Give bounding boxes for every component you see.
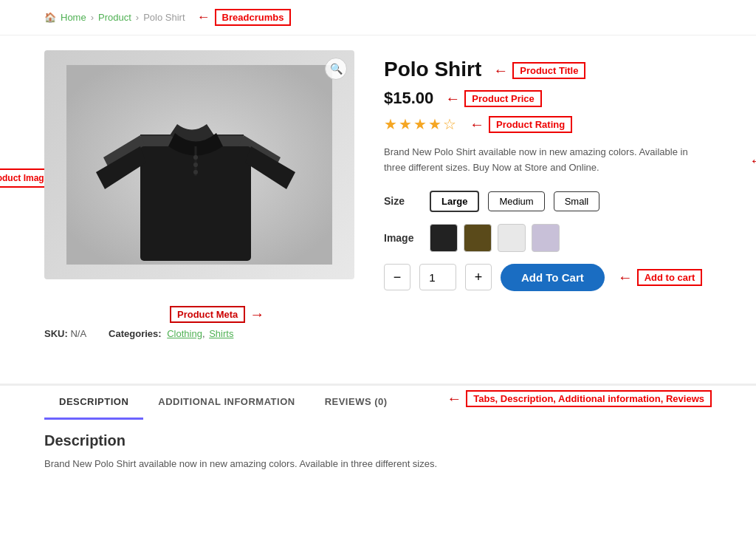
product-title: Polo Shirt	[384, 58, 481, 81]
sku-value: N/A	[70, 328, 86, 339]
home-icon: 🏠	[44, 12, 56, 23]
tab-description[interactable]: DESCRIPTION	[44, 386, 143, 420]
price-annotation: Product Price	[464, 90, 542, 107]
product-rating-stars: ★★★★☆	[384, 115, 458, 133]
quantity-decrease-button[interactable]: −	[384, 264, 410, 290]
tabs-arrow: ←	[447, 390, 461, 407]
meta-arrow: →	[250, 306, 264, 323]
svg-point-9	[193, 155, 198, 160]
title-arrow: ←	[493, 62, 508, 79]
meta-annotation: Product Meta	[170, 306, 245, 323]
tab-reviews[interactable]: REVIEWS (0)	[310, 386, 402, 420]
title-row: Polo Shirt ← Product Title	[384, 58, 712, 81]
rating-arrow: ←	[470, 116, 484, 133]
rating-row: ★★★★☆ ← Product Rating	[384, 115, 712, 133]
svg-point-11	[193, 170, 198, 174]
info-column: Polo Shirt ← Product Title $15.00 ← Prod…	[384, 50, 712, 306]
meta-section: Product Meta → SKU: N/A Categories: Clot…	[0, 321, 756, 354]
product-price: $15.00	[384, 89, 433, 108]
title-annotation: Product Title	[512, 62, 585, 79]
category-clothing[interactable]: Clothing	[167, 328, 202, 339]
tab-additional-information[interactable]: ADDITIONAL INFORMATION	[143, 386, 309, 420]
breadcrumb-annotation: Breadcrumbs	[215, 9, 292, 26]
short-description-text: Brand New Polo Shirt available now in ne…	[384, 146, 688, 173]
breadcrumb: 🏠 Home › Product › Polo Shirt ← Breadcru…	[0, 0, 756, 35]
swatch-olive[interactable]	[464, 224, 492, 252]
breadcrumb-sep-2: ›	[136, 12, 139, 23]
color-swatches	[430, 224, 560, 252]
rating-annotation: Product Rating	[489, 116, 572, 133]
categories-label: Categories:	[109, 328, 162, 339]
breadcrumb-current: Polo Shirt	[143, 12, 185, 23]
cart-annotation-wrapper: ← Add to cart	[618, 269, 703, 286]
product-image-wrapper: 🔍	[44, 50, 354, 279]
price-annotation-wrapper: ← Product Price	[445, 90, 542, 107]
tabs-row: DESCRIPTION ADDITIONAL INFORMATION REVIE…	[44, 386, 712, 418]
description-section: Description Brand New Polo Shirt availab…	[0, 418, 756, 494]
zoom-icon[interactable]: 🔍	[325, 58, 347, 80]
short-description: Brand New Polo Shirt available now in ne…	[384, 145, 694, 176]
breadcrumb-product[interactable]: Product	[98, 12, 131, 23]
size-small[interactable]: Small	[554, 191, 600, 211]
breadcrumb-sep-1: ›	[91, 12, 94, 23]
meta-annotation-wrapper: Product Meta →	[170, 306, 264, 323]
categories-meta: Categories: Clothing, Shirts	[109, 328, 233, 339]
cart-row: − 1 + Add To Cart ← Add to cart	[384, 264, 712, 291]
tabs-section: DESCRIPTION ADDITIONAL INFORMATION REVIE…	[0, 384, 756, 418]
swatch-lavender[interactable]	[532, 224, 560, 252]
title-annotation-wrapper: ← Product Title	[493, 62, 585, 79]
size-option-row: Size Large Medium Small	[384, 191, 712, 212]
swatch-black[interactable]	[430, 224, 458, 252]
swatch-white[interactable]	[498, 224, 526, 252]
description-title: Description	[44, 432, 712, 449]
short-desc-annotation-wrapper: ← Short Description	[749, 149, 756, 172]
breadcrumb-home[interactable]: Home	[61, 12, 86, 23]
category-shirts[interactable]: Shirts	[209, 328, 233, 339]
quantity-input[interactable]: 1	[419, 264, 456, 290]
tabs-annotation: Tabs, Description, Additional informatio…	[466, 390, 712, 407]
price-arrow: ←	[445, 90, 460, 107]
breadcrumb-arrow: ←	[197, 10, 210, 25]
rating-annotation-wrapper: ← Product Rating	[470, 116, 572, 133]
add-to-cart-button[interactable]: Add To Cart	[501, 264, 605, 291]
tabs-annotation-wrapper: ← Tabs, Description, Additional informat…	[447, 390, 712, 407]
size-label: Size	[384, 195, 421, 207]
quantity-increase-button[interactable]: +	[465, 264, 492, 290]
image-option-row: Image	[384, 224, 712, 252]
short-desc-arrow: ←	[749, 149, 756, 172]
cart-annotation: Add to cart	[637, 269, 703, 286]
size-medium[interactable]: Medium	[488, 191, 544, 211]
svg-point-10	[193, 163, 198, 167]
product-image-svg	[66, 65, 332, 265]
description-text: Brand New Polo Shirt available now in ne…	[44, 457, 712, 472]
sku-meta: SKU: N/A	[44, 328, 86, 339]
size-large[interactable]: Large	[430, 191, 479, 212]
sku-label: SKU:	[44, 328, 68, 339]
cart-arrow: ←	[618, 269, 633, 286]
image-column: Product Image → 🔍	[44, 50, 354, 306]
product-section: Product Image → 🔍	[0, 35, 756, 321]
image-label: Image	[384, 232, 421, 244]
price-row: $15.00 ← Product Price	[384, 89, 712, 108]
